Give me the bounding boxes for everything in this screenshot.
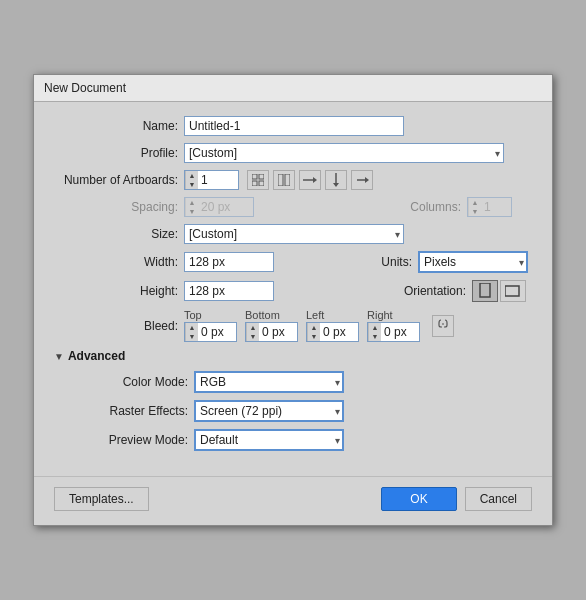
name-input[interactable] (184, 116, 404, 136)
svg-rect-13 (505, 286, 519, 296)
spacing-spinner: ▲ ▼ (184, 197, 254, 217)
artboards-decrement[interactable]: ▼ (186, 180, 198, 189)
raster-effects-label: Raster Effects: (54, 404, 194, 418)
artboards-spinner-btns: ▲ ▼ (185, 171, 198, 189)
preview-mode-select-wrapper: Default Pixel Overprint (194, 429, 344, 451)
profile-label: Profile: (54, 146, 184, 160)
bleed-bottom-decrement[interactable]: ▼ (247, 332, 259, 341)
profile-select-wrapper: [Custom] Print Web Mobile (184, 143, 504, 163)
preview-mode-select[interactable]: Default Pixel Overprint (194, 429, 344, 451)
bleed-left-spinner: ▲ ▼ (306, 322, 359, 342)
raster-effects-row: Raster Effects: Screen (72 ppi) Medium (… (54, 400, 532, 422)
units-select-wrapper: Pixels Points Inches (418, 251, 528, 273)
height-label: Height: (54, 284, 184, 298)
svg-marker-7 (313, 177, 317, 183)
dialog-body: Name: Profile: [Custom] Print Web Mobile… (34, 102, 552, 468)
columns-decrement[interactable]: ▼ (469, 207, 481, 216)
bleed-left-decrement[interactable]: ▼ (308, 332, 320, 341)
name-row: Name: (54, 116, 532, 136)
bleed-right-spinner: ▲ ▼ (367, 322, 420, 342)
artboards-increment[interactable]: ▲ (186, 171, 198, 180)
footer-right: OK Cancel (381, 487, 532, 511)
bleed-group: Top ▲ ▼ Bottom ▲ ▼ (184, 309, 532, 342)
spacing-decrement[interactable]: ▼ (186, 207, 198, 216)
preview-mode-row: Preview Mode: Default Pixel Overprint (54, 429, 532, 451)
width-label: Width: (54, 255, 184, 269)
bleed-top-label: Top (184, 309, 202, 321)
landscape-button[interactable] (500, 280, 526, 302)
bleed-right-field: Right ▲ ▼ (367, 309, 420, 342)
bleed-row: Bleed: Top ▲ ▼ Bottom (54, 309, 532, 342)
svg-marker-11 (365, 177, 369, 183)
advanced-collapse-icon: ▼ (54, 351, 64, 362)
artboards-spinner: ▲ ▼ (184, 170, 239, 190)
arrange-row-icon[interactable] (299, 170, 321, 190)
bleed-bottom-increment[interactable]: ▲ (247, 323, 259, 332)
templates-button[interactable]: Templates... (54, 487, 149, 511)
orientation-label: Orientation: (404, 284, 466, 298)
units-select[interactable]: Pixels Points Inches (418, 251, 528, 273)
bleed-top-input[interactable] (198, 323, 236, 341)
columns-increment[interactable]: ▲ (469, 198, 481, 207)
ok-button[interactable]: OK (381, 487, 456, 511)
height-input[interactable] (184, 281, 274, 301)
orientation-section: Orientation: (404, 280, 528, 302)
arrange-col-icon[interactable] (325, 170, 347, 190)
artboards-label: Number of Artboards: (54, 173, 184, 187)
svg-rect-5 (285, 174, 290, 186)
advanced-title: Advanced (68, 349, 125, 363)
right-arrow-icon[interactable] (351, 170, 373, 190)
svg-rect-1 (259, 174, 264, 179)
advanced-section: ▼ Advanced Color Mode: RGB CMYK Raster E… (54, 349, 532, 451)
bleed-left-increment[interactable]: ▲ (308, 323, 320, 332)
advanced-header[interactable]: ▼ Advanced (54, 349, 532, 363)
bleed-left-input[interactable] (320, 323, 358, 341)
bleed-right-label: Right (367, 309, 393, 321)
cancel-button[interactable]: Cancel (465, 487, 532, 511)
bleed-top-spinner: ▲ ▼ (184, 322, 237, 342)
name-label: Name: (54, 119, 184, 133)
dialog-title: New Document (34, 75, 552, 102)
artboards-input[interactable] (198, 171, 238, 189)
bleed-right-input[interactable] (381, 323, 419, 341)
columns-input[interactable] (481, 198, 511, 216)
size-row: Size: [Custom] Letter A4 (54, 224, 532, 244)
bleed-right-increment[interactable]: ▲ (369, 323, 381, 332)
new-document-dialog: New Document Name: Profile: [Custom] Pri… (33, 74, 553, 526)
svg-rect-2 (252, 181, 257, 186)
profile-select[interactable]: [Custom] Print Web Mobile (184, 143, 504, 163)
svg-marker-9 (333, 183, 339, 187)
bleed-bottom-input[interactable] (259, 323, 297, 341)
spacing-label: Spacing: (54, 200, 184, 214)
grid-icon[interactable] (247, 170, 269, 190)
bleed-left-field: Left ▲ ▼ (306, 309, 359, 342)
bleed-right-decrement[interactable]: ▼ (369, 332, 381, 341)
svg-rect-4 (278, 174, 283, 186)
width-input[interactable] (184, 252, 274, 272)
artboard-layout-icons (247, 170, 373, 190)
bleed-top-increment[interactable]: ▲ (186, 323, 198, 332)
bleed-link-button[interactable] (432, 315, 454, 337)
svg-rect-3 (259, 181, 264, 186)
size-select-wrapper: [Custom] Letter A4 (184, 224, 404, 244)
columns-label: Columns: (410, 200, 461, 214)
spacing-cols-row: Spacing: ▲ ▼ Columns: ▲ ▼ (54, 197, 532, 217)
bleed-label: Bleed: (54, 319, 184, 333)
preview-mode-label: Preview Mode: (54, 433, 194, 447)
bleed-bottom-label: Bottom (245, 309, 280, 321)
bleed-bottom-field: Bottom ▲ ▼ (245, 309, 298, 342)
raster-effects-select[interactable]: Screen (72 ppi) Medium (150 ppi) High (3… (194, 400, 344, 422)
color-mode-label: Color Mode: (54, 375, 194, 389)
spacing-increment[interactable]: ▲ (186, 198, 198, 207)
color-mode-select[interactable]: RGB CMYK (194, 371, 344, 393)
height-orientation-row: Height: Orientation: (54, 280, 532, 302)
units-label: Units: (381, 255, 412, 269)
size-select[interactable]: [Custom] Letter A4 (184, 224, 404, 244)
size-label: Size: (54, 227, 184, 241)
columns-spinner: ▲ ▼ (467, 197, 512, 217)
bleed-top-decrement[interactable]: ▼ (186, 332, 198, 341)
color-mode-row: Color Mode: RGB CMYK (54, 371, 532, 393)
portrait-button[interactable] (472, 280, 498, 302)
grid-col-icon[interactable] (273, 170, 295, 190)
spacing-input[interactable] (198, 198, 253, 216)
